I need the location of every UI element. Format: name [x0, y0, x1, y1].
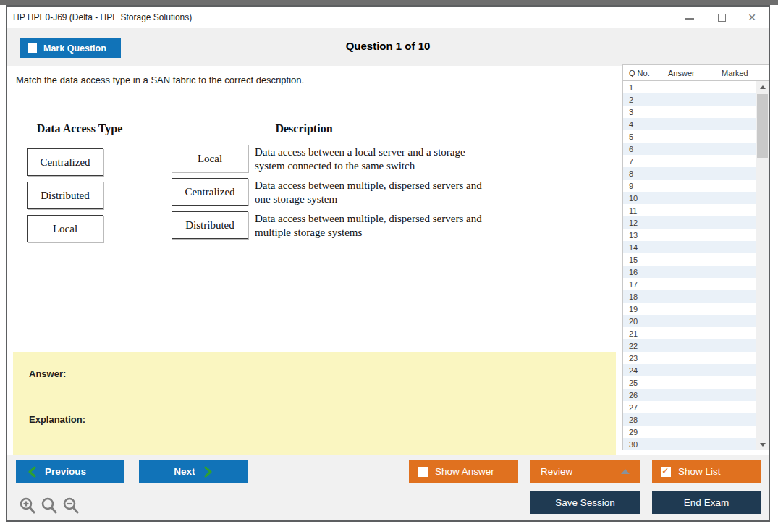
close-icon: ✕ — [748, 12, 756, 22]
column-header-qno: Q No. — [629, 69, 650, 77]
answer-panel: Answer: Explanation: — [13, 352, 616, 470]
question-list-row[interactable]: 6 — [623, 143, 756, 155]
chevron-left-icon — [28, 466, 36, 478]
column-header-marked: Marked — [722, 69, 748, 77]
question-list-row[interactable]: 20 — [623, 315, 756, 327]
match-description: Data access between multiple, dispersed … — [255, 211, 497, 240]
question-list-row[interactable]: 4 — [623, 118, 756, 130]
save-session-button[interactable]: Save Session — [530, 491, 640, 514]
question-list-scrollbar[interactable] — [756, 81, 769, 450]
question-list-row[interactable]: 3 — [623, 106, 756, 118]
question-list-row[interactable]: 5 — [623, 130, 756, 143]
end-exam-label: End Exam — [684, 497, 729, 508]
check-icon: ✓ — [661, 465, 669, 476]
show-answer-checkbox[interactable] — [418, 467, 428, 477]
left-column-title: Data Access Type — [29, 122, 130, 135]
show-answer-label: Show Answer — [435, 466, 494, 477]
matched-answer-box[interactable]: Local — [172, 145, 248, 172]
close-button[interactable]: ✕ — [740, 7, 764, 28]
show-list-button[interactable]: ✓ Show List — [652, 460, 761, 483]
question-list-row[interactable]: 27 — [623, 401, 756, 413]
zoom-out-icon[interactable] — [62, 497, 80, 516]
right-column-title: Description — [232, 122, 376, 135]
question-list-row[interactable]: 15 — [623, 253, 756, 266]
match-row: LocalData access between a local server … — [172, 145, 504, 173]
footer-toolbar: Previous Next Show Answer Review ✓ Show … — [7, 455, 769, 520]
title-bar: HP HPE0-J69 (Delta - HPE Storage Solutio… — [7, 7, 769, 28]
question-prompt: Match the data access type in a SAN fabr… — [16, 75, 304, 85]
chevron-up-icon — [621, 469, 630, 474]
show-list-label: Show List — [678, 466, 721, 477]
question-list-row[interactable]: 30 — [623, 438, 756, 450]
column-header-answer: Answer — [668, 69, 695, 77]
question-list-row[interactable]: 21 — [623, 327, 756, 339]
question-list-row[interactable]: 11 — [623, 204, 756, 216]
minimize-button[interactable] — [677, 7, 702, 28]
previous-label: Previous — [45, 466, 86, 477]
end-exam-button[interactable]: End Exam — [652, 491, 761, 514]
answer-label: Answer: — [29, 368, 66, 379]
review-button[interactable]: Review — [530, 460, 640, 483]
question-list-row[interactable]: 9 — [623, 180, 756, 192]
matched-answer-box[interactable]: Distributed — [172, 211, 248, 239]
question-list-row[interactable]: 8 — [623, 167, 756, 180]
chevron-right-icon — [204, 466, 213, 478]
explanation-label: Explanation: — [29, 414, 85, 425]
question-list-row[interactable]: 13 — [623, 229, 756, 241]
data-access-type-box[interactable]: Centralized — [27, 148, 103, 176]
minimize-icon — [685, 18, 694, 20]
match-row: CentralizedData access between multiple,… — [172, 178, 504, 206]
question-list-row[interactable]: 17 — [623, 278, 756, 290]
show-list-checkbox[interactable]: ✓ — [661, 467, 671, 477]
question-list-row[interactable]: 23 — [623, 352, 756, 364]
question-list-panel: Q No. Answer Marked 12345678910111213141… — [622, 64, 769, 450]
question-list-row[interactable]: 10 — [623, 192, 756, 204]
question-list-header: Q No. Answer Marked — [623, 65, 769, 81]
scrollbar-thumb[interactable] — [757, 94, 768, 158]
question-list-row[interactable]: 19 — [623, 303, 756, 315]
zoom-icon[interactable] — [41, 497, 59, 516]
question-list-row[interactable]: 24 — [623, 364, 756, 376]
left-boxes: CentralizedDistributedLocal — [27, 148, 103, 248]
question-list-row[interactable]: 26 — [623, 389, 756, 401]
exam-window: HP HPE0-J69 (Delta - HPE Storage Solutio… — [6, 5, 770, 522]
data-access-type-box[interactable]: Distributed — [27, 182, 103, 209]
match-description: Data access between a local server and a… — [255, 145, 497, 173]
review-label: Review — [541, 466, 572, 477]
question-list-row[interactable]: 14 — [623, 241, 756, 253]
question-list-row[interactable]: 2 — [623, 93, 756, 106]
match-row: DistributedData access between multiple,… — [172, 211, 504, 240]
match-description: Data access between multiple, dispersed … — [255, 178, 497, 206]
zoom-in-icon[interactable] — [19, 497, 37, 516]
question-list-row[interactable]: 25 — [623, 376, 756, 389]
question-list-row[interactable]: 7 — [623, 155, 756, 167]
next-button[interactable]: Next — [139, 460, 248, 483]
question-list-row[interactable]: 28 — [623, 413, 756, 426]
next-label: Next — [174, 466, 195, 477]
question-list-row[interactable]: 16 — [623, 266, 756, 278]
scroll-down-icon[interactable] — [756, 439, 769, 450]
scroll-up-icon[interactable] — [756, 81, 769, 93]
maximize-icon — [718, 14, 726, 22]
show-answer-button[interactable]: Show Answer — [409, 460, 518, 483]
save-session-label: Save Session — [555, 497, 615, 508]
question-list-row[interactable]: 1 — [623, 81, 756, 93]
zoom-controls — [19, 497, 80, 516]
question-counter: Question 1 of 10 — [7, 40, 769, 52]
window-title: HP HPE0-J69 (Delta - HPE Storage Solutio… — [13, 12, 192, 22]
exam-application: HP HPE0-J69 (Delta - HPE Storage Solutio… — [0, 0, 778, 532]
maximize-button[interactable] — [709, 7, 734, 28]
question-list-body: 1234567891011121314151617181920212223242… — [623, 81, 756, 450]
header-bar: Mark Question Question 1 of 10 — [7, 28, 769, 66]
question-list-row[interactable]: 12 — [623, 216, 756, 229]
question-list-row[interactable]: 29 — [623, 426, 756, 438]
previous-button[interactable]: Previous — [16, 460, 124, 483]
data-access-type-box[interactable]: Local — [27, 215, 103, 242]
question-list-row[interactable]: 18 — [623, 290, 756, 303]
question-list-row[interactable]: 22 — [623, 339, 756, 352]
match-rows: LocalData access between a local server … — [172, 145, 504, 245]
window-top-edge — [0, 0, 778, 5]
matched-answer-box[interactable]: Centralized — [172, 178, 248, 206]
